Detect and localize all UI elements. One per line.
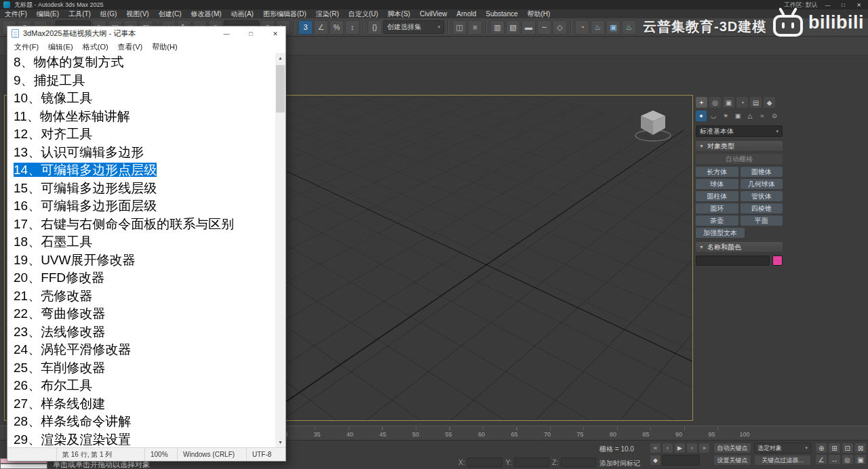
field-of-view-icon[interactable]: ∠ — [815, 454, 827, 465]
percent-snap-icon[interactable]: % — [330, 20, 344, 35]
menubar-item[interactable]: 脚本(S) — [383, 9, 415, 18]
notepad-close-button[interactable]: ✕ — [265, 26, 285, 41]
render-production-icon[interactable]: ♨ — [622, 20, 636, 35]
layer-explorer-icon[interactable]: ▧ — [506, 20, 520, 35]
menubar-item[interactable]: 帮助(H) — [523, 9, 555, 18]
menubar-item[interactable]: 动画(A) — [226, 9, 258, 18]
named-selection-sets-dropdown[interactable]: 创建选择集 ▾ — [383, 20, 444, 34]
scroll-down-icon[interactable]: ▼ — [275, 437, 285, 447]
menubar-item[interactable]: 工具(T) — [64, 9, 96, 18]
ribbon-toggle-icon[interactable]: ▬ — [521, 20, 536, 35]
rendered-frame-window-icon[interactable]: ▣ — [606, 20, 620, 35]
menubar-item[interactable]: Substance — [481, 9, 522, 18]
previous-frame-button[interactable]: ‹ — [662, 443, 673, 453]
space-warps-category-icon[interactable]: ≈ — [757, 110, 768, 121]
minimize-button[interactable]: — — [822, 2, 833, 8]
zoom-icon[interactable]: ⊕ — [815, 443, 827, 453]
auto-key-button[interactable]: 自动关键点 — [713, 443, 751, 453]
name-color-rollout-header[interactable]: ▼ 名称和颜色 — [696, 242, 783, 252]
object-type-button[interactable]: 圆环 — [696, 203, 738, 213]
notepad-menu-item[interactable]: 查看(V) — [113, 42, 148, 52]
autogrid-toggle[interactable]: 自动栅格 — [696, 154, 783, 164]
maximize-button[interactable]: □ — [837, 2, 849, 8]
object-type-button[interactable]: 茶壶 — [696, 216, 738, 226]
menubar-item[interactable]: CivilView — [415, 9, 452, 18]
menubar-item[interactable]: Arnold — [452, 9, 481, 18]
notepad-menu-item[interactable]: 格式(O) — [78, 42, 113, 52]
textplus-button[interactable]: 加强型文本 — [696, 228, 745, 238]
object-type-button[interactable]: 管状体 — [741, 191, 783, 201]
modify-panel-tab[interactable]: ◎ — [709, 97, 721, 108]
object-type-button[interactable]: 平面 — [741, 216, 783, 226]
maximize-viewport-toggle-icon[interactable]: ▣ — [854, 454, 867, 465]
object-color-swatch[interactable] — [772, 256, 783, 266]
key-mode-toggle-icon[interactable]: ◆ — [650, 455, 661, 466]
menubar-item[interactable]: 编辑(E) — [32, 9, 64, 18]
align-icon[interactable]: ≡ — [468, 20, 482, 35]
systems-category-icon[interactable]: ⊙ — [769, 110, 780, 121]
motion-panel-tab[interactable]: ◔ — [736, 97, 748, 108]
go-to-start-button[interactable]: « — [650, 443, 661, 453]
menubar-item[interactable]: 视图(V) — [121, 9, 153, 18]
notepad-text-area[interactable]: 8、物体的复制方式 9、捕捉工具 10、镜像工具 11、物体坐标轴讲解 — [14, 54, 274, 447]
notepad-minimize-button[interactable]: — — [216, 26, 237, 41]
cameras-category-icon[interactable]: ▣ — [732, 110, 743, 121]
notepad-maximize-button[interactable]: □ — [241, 26, 261, 41]
object-type-button[interactable]: 四棱锥 — [741, 203, 783, 213]
curve-editor-icon[interactable]: ∼ — [537, 20, 551, 35]
notepad-scrollbar[interactable]: ▲ ▼ — [275, 53, 285, 447]
menubar-item[interactable]: 图形编辑器(D) — [258, 9, 311, 18]
maxscript-mini-listener[interactable] — [0, 464, 47, 469]
render-setup-icon[interactable]: ♨ — [591, 20, 605, 35]
notepad-menu-item[interactable]: 文件(F) — [9, 42, 43, 52]
scrollbar-thumb[interactable] — [276, 65, 285, 113]
primitive-type-dropdown[interactable]: 标准基本体 ▾ — [696, 125, 783, 137]
object-type-rollout-header[interactable]: ▼ 对象类型 — [696, 141, 783, 151]
selected-mode-dropdown[interactable]: 选定对象 ▾ — [754, 443, 811, 453]
orbit-icon[interactable]: ◎ — [842, 454, 854, 465]
shapes-category-icon[interactable]: ◡ — [708, 110, 719, 121]
scene-explorer-icon[interactable]: ▥ — [490, 20, 505, 35]
max-logo-icon[interactable] — [3, 1, 10, 8]
object-type-button[interactable]: 圆柱体 — [696, 191, 738, 201]
menubar-item[interactable]: 修改器(M) — [186, 9, 226, 18]
notepad-window[interactable]: 3dMax2025基础视频大纲 - 记事本 — □ ✕ 文件(F) 编辑(E) … — [7, 26, 286, 462]
next-frame-button[interactable]: › — [686, 443, 698, 453]
angle-snap-icon[interactable]: ∠ — [314, 20, 328, 35]
object-type-button[interactable]: 圆锥体 — [741, 167, 783, 177]
snaps-toggle-3d-icon[interactable]: 3 — [298, 20, 313, 35]
menubar-item[interactable]: 文件(F) — [0, 9, 32, 18]
utilities-panel-tab[interactable]: ◆ — [764, 97, 775, 108]
viewcube[interactable] — [633, 105, 673, 146]
y-coord-field[interactable] — [514, 457, 549, 467]
notepad-menu-item[interactable]: 编辑(E) — [43, 42, 78, 52]
zoom-extents-all-icon[interactable]: ⊠ — [854, 443, 867, 453]
object-type-button[interactable]: 长方体 — [696, 167, 738, 177]
menubar-item[interactable]: 创建(C) — [154, 9, 186, 18]
mirror-icon[interactable]: ◫ — [452, 20, 467, 35]
spinner-snap-icon[interactable]: ↕ — [345, 20, 359, 35]
object-name-field[interactable] — [696, 256, 770, 266]
object-type-button[interactable]: 几何球体 — [741, 179, 783, 189]
menubar-item[interactable]: 自定义(U) — [344, 9, 383, 18]
z-coord-field[interactable] — [561, 457, 596, 467]
menubar-item[interactable]: 组(G) — [96, 9, 121, 18]
notepad-titlebar[interactable]: 3dMax2025基础视频大纲 - 记事本 — □ ✕ — [7, 26, 285, 41]
zoom-extents-icon[interactable]: ⊡ — [842, 443, 854, 453]
pan-icon[interactable]: ↔ — [828, 454, 840, 465]
go-to-end-button[interactable]: » — [698, 443, 710, 453]
scroll-up-icon[interactable]: ▲ — [275, 53, 285, 63]
display-panel-tab[interactable]: ▤ — [750, 97, 762, 108]
geometry-category-icon[interactable]: ● — [696, 110, 707, 121]
create-panel-tab[interactable]: + — [696, 97, 707, 108]
x-coord-field[interactable] — [467, 457, 502, 467]
notepad-menu-item[interactable]: 帮助(H) — [147, 42, 182, 52]
edit-named-selection-sets-icon[interactable]: {} — [368, 20, 382, 35]
key-filters-button[interactable]: 关键点过滤器... — [754, 455, 811, 466]
helpers-category-icon[interactable]: △ — [745, 110, 755, 121]
play-animation-button[interactable]: ▶ — [674, 443, 686, 453]
material-editor-icon[interactable]: ◔ — [575, 20, 589, 35]
schematic-view-icon[interactable]: ◇ — [553, 20, 567, 35]
add-time-tag[interactable]: 添加时间标记 — [599, 459, 640, 468]
object-type-button[interactable]: 球体 — [696, 179, 738, 189]
